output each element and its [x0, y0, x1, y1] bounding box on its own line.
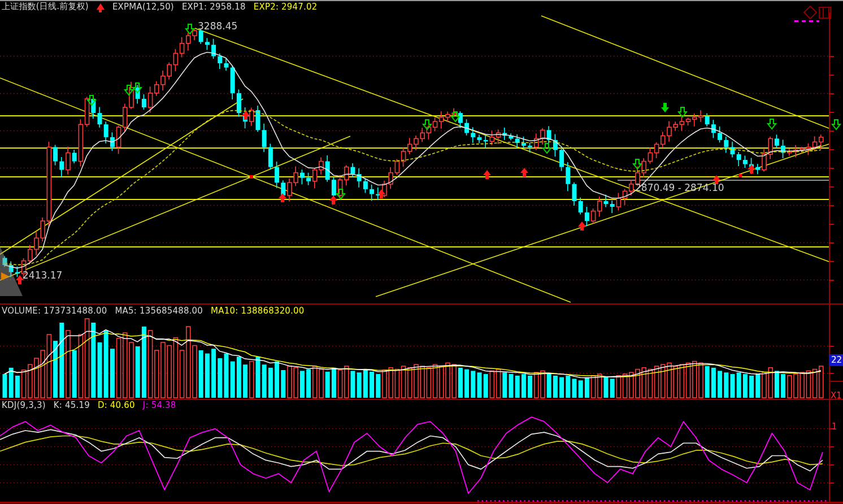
peak-price-label: 3288.45: [198, 20, 237, 32]
volume-scale-label: X1: [831, 390, 842, 401]
kdj-d-value: D: 40.60: [98, 400, 135, 410]
volume-ma10-value: MA10: 138868320.00: [211, 306, 304, 316]
volume-axis-badge: 22: [829, 354, 843, 366]
kdj-scale-label: 1: [832, 422, 837, 432]
kdj-header: KDJ(9,3,3) K: 45.19 D: 40.60 J: 54.38: [2, 400, 184, 410]
volume-header: VOLUME: 173731488.00 MA5: 135685488.00 M…: [2, 306, 312, 316]
kdj-k-value: K: 45.19: [54, 400, 90, 410]
kdj-j-value: J: 54.38: [143, 400, 176, 410]
window-panes-icon[interactable]: [818, 6, 833, 20]
symbol-title: 上证指数(日线.前复权): [2, 1, 89, 12]
buy-arrow-icon: [97, 3, 105, 10]
volume-ma5-value: MA5: 135685488.00: [115, 306, 203, 316]
gap-zone-label: 2870.49 - 2874.10: [635, 182, 724, 193]
low-price-label: 2413.17: [23, 270, 62, 281]
diamond-tool-icon[interactable]: [803, 5, 818, 20]
exp2-value: EXP2: 2947.02: [254, 2, 318, 12]
chart-canvas[interactable]: [0, 0, 843, 504]
trading-app-window: 上证指数(日线.前复权) EXPMA(12,50) EXP1: 2958.18 …: [0, 0, 843, 504]
kdj-name: KDJ(9,3,3): [2, 400, 46, 410]
main-chart-header: 上证指数(日线.前复权) EXPMA(12,50) EXP1: 2958.18 …: [2, 1, 325, 12]
dashed-line-decoration: [794, 20, 819, 22]
indicator-name: EXPMA(12,50): [112, 2, 174, 12]
exp1-value: EXP1: 2958.18: [182, 2, 246, 12]
volume-value: VOLUME: 173731488.00: [2, 306, 107, 316]
